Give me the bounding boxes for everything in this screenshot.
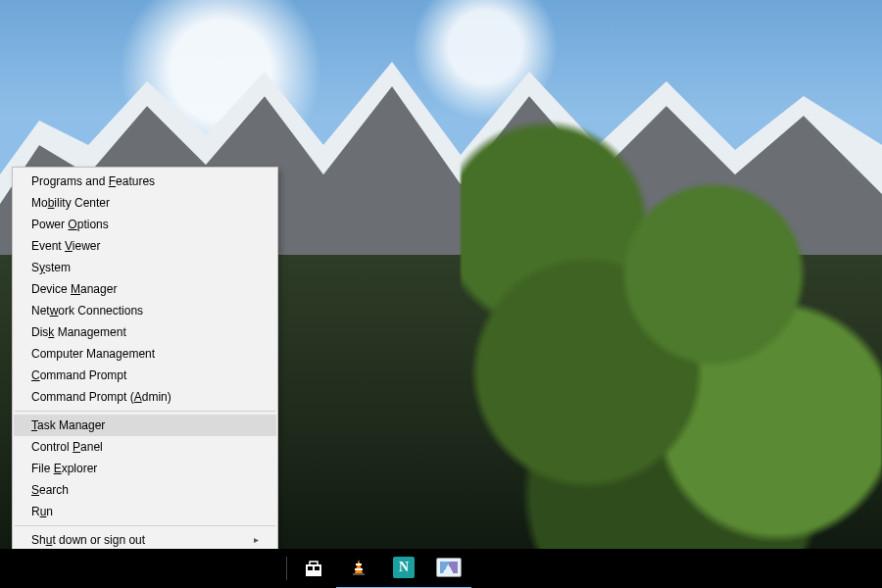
svg-rect-5 — [355, 568, 363, 570]
menu-separator — [15, 525, 275, 526]
svg-marker-3 — [355, 560, 363, 573]
menu-item-command-prompt-admin[interactable]: Command Prompt (Admin) — [14, 386, 276, 408]
menu-item-disk-management[interactable]: Disk Management — [14, 321, 276, 343]
svg-rect-1 — [308, 566, 313, 570]
svg-rect-6 — [353, 573, 365, 575]
svg-rect-4 — [356, 564, 362, 565]
taskbar-separator — [286, 557, 287, 580]
menu-item-device-manager[interactable]: Device Manager — [14, 278, 276, 300]
taskbar-item-store[interactable] — [291, 549, 336, 588]
taskbar: N — [0, 549, 882, 588]
wallpaper-foliage — [461, 78, 882, 568]
menu-item-search[interactable]: Search — [14, 479, 276, 501]
menu-item-command-prompt[interactable]: Command Prompt — [14, 365, 276, 386]
menu-item-network-connections[interactable]: Network Connections — [14, 300, 276, 321]
menu-item-shut-down[interactable]: Shut down or sign out — [14, 529, 276, 551]
taskbar-item-napp[interactable]: N — [381, 548, 426, 588]
menu-separator — [15, 411, 275, 412]
menu-item-run[interactable]: Run — [14, 501, 276, 522]
menu-item-computer-management[interactable]: Computer Management — [14, 343, 276, 365]
taskbar-item-monitor[interactable] — [426, 548, 471, 588]
winx-context-menu: Programs and FeaturesMobility CenterPowe… — [12, 167, 278, 576]
menu-item-programs-features[interactable]: Programs and Features — [14, 171, 276, 192]
n-icon: N — [393, 557, 415, 578]
taskbar-item-vlc[interactable] — [336, 548, 381, 588]
menu-item-file-explorer[interactable]: File Explorer — [14, 458, 276, 479]
store-icon — [304, 559, 323, 578]
svg-rect-2 — [315, 566, 319, 570]
menu-item-mobility-center[interactable]: Mobility Center — [14, 192, 276, 214]
menu-item-power-options[interactable]: Power Options — [14, 214, 276, 235]
monitor-icon — [436, 558, 462, 577]
menu-item-task-manager[interactable]: Task Manager — [14, 415, 276, 436]
menu-item-event-viewer[interactable]: Event Viewer — [14, 235, 276, 257]
menu-item-system[interactable]: System — [14, 257, 276, 278]
menu-item-control-panel[interactable]: Control Panel — [14, 436, 276, 458]
vlc-icon — [349, 558, 368, 577]
